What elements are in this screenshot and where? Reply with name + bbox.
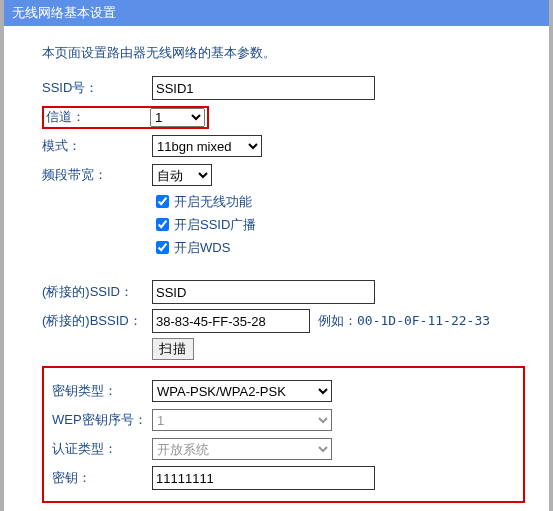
row-enable-ssid-broadcast: 开启SSID广播 [152, 215, 525, 234]
label-bridge-bssid: (桥接的)BSSID： [42, 312, 152, 330]
enable-wds-checkbox[interactable] [156, 241, 169, 254]
panel: 无线网络基本设置 本页面设置路由器无线网络的基本参数。 SSID号： 信道： 1… [0, 0, 553, 511]
channel-select[interactable]: 1 [150, 108, 205, 127]
enable-ssid-broadcast-checkbox[interactable] [156, 218, 169, 231]
row-bridge-ssid: (桥接的)SSID： [42, 280, 525, 304]
bridge-ssid-input[interactable] [152, 280, 375, 304]
label-auth-type: 认证类型： [52, 440, 152, 458]
enable-wireless-checkbox[interactable] [156, 195, 169, 208]
label-channel: 信道： [46, 108, 150, 126]
row-wep-index: WEP密钥序号： 1 [52, 408, 515, 432]
row-enable-wds: 开启WDS [152, 238, 525, 257]
row-bridge-bssid: (桥接的)BSSID： 例如：00-1D-0F-11-22-33 [42, 309, 525, 333]
bridge-bssid-input[interactable] [152, 309, 310, 333]
row-mode: 模式： 11bgn mixed [42, 134, 525, 158]
row-enable-wireless: 开启无线功能 [152, 192, 525, 211]
label-ssid: SSID号： [42, 79, 152, 97]
label-enable-wds: 开启WDS [174, 239, 230, 257]
ssid-input[interactable] [152, 76, 375, 100]
row-auth-type: 认证类型： 开放系统 [52, 437, 515, 461]
row-bandwidth: 频段带宽： 自动 [42, 163, 525, 187]
row-key-type: 密钥类型： WPA-PSK/WPA2-PSK [52, 379, 515, 403]
row-ssid: SSID号： [42, 76, 525, 100]
panel-title: 无线网络基本设置 [4, 0, 549, 26]
highlight-key-block: 密钥类型： WPA-PSK/WPA2-PSK WEP密钥序号： 1 认证类型： [42, 366, 525, 503]
key-type-select[interactable]: WPA-PSK/WPA2-PSK [152, 380, 332, 402]
intro-text: 本页面设置路由器无线网络的基本参数。 [42, 44, 525, 62]
label-key: 密钥： [52, 469, 152, 487]
label-bandwidth: 频段带宽： [42, 166, 152, 184]
label-enable-ssid-broadcast: 开启SSID广播 [174, 216, 256, 234]
wep-index-select: 1 [152, 409, 332, 431]
label-enable-wireless: 开启无线功能 [174, 193, 252, 211]
label-key-type: 密钥类型： [52, 382, 152, 400]
bandwidth-select[interactable]: 自动 [152, 164, 212, 186]
row-key: 密钥： [52, 466, 515, 490]
row-channel: 信道： 1 [42, 105, 525, 129]
bssid-hint: 例如：00-1D-0F-11-22-33 [318, 312, 490, 330]
auth-type-select: 开放系统 [152, 438, 332, 460]
panel-content: 本页面设置路由器无线网络的基本参数。 SSID号： 信道： 1 模式： 11bg… [4, 26, 549, 511]
mode-select[interactable]: 11bgn mixed [152, 135, 262, 157]
label-mode: 模式： [42, 137, 152, 155]
label-wep-index: WEP密钥序号： [52, 411, 152, 429]
scan-button[interactable]: 扫描 [152, 338, 194, 360]
key-input[interactable] [152, 466, 375, 490]
label-bridge-ssid: (桥接的)SSID： [42, 283, 152, 301]
highlight-channel: 信道： 1 [42, 106, 209, 129]
